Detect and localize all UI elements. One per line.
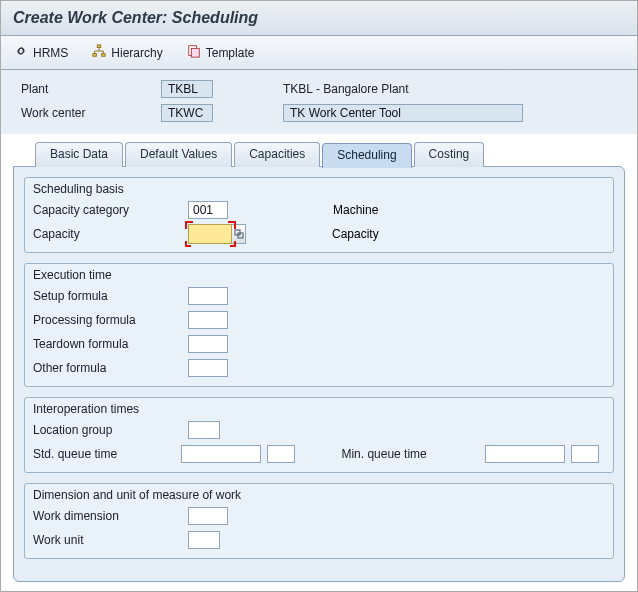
window: Create Work Center: Scheduling HRMS Hier… bbox=[0, 0, 638, 592]
std-queue-time-input[interactable] bbox=[181, 445, 261, 463]
teardown-formula-input[interactable] bbox=[188, 335, 228, 353]
plant-value: TKBL bbox=[161, 80, 213, 98]
svg-rect-1 bbox=[93, 54, 97, 57]
tab-costing[interactable]: Costing bbox=[414, 142, 485, 167]
tab-capacities[interactable]: Capacities bbox=[234, 142, 320, 167]
capacity-input[interactable] bbox=[188, 224, 232, 244]
tabstrip: Basic Data Default Values Capacities Sch… bbox=[35, 142, 625, 167]
std-queue-time-unit-input[interactable] bbox=[267, 445, 295, 463]
hierarchy-icon bbox=[92, 44, 106, 61]
page-title: Create Work Center: Scheduling bbox=[13, 9, 625, 27]
group-title: Dimension and unit of measure of work bbox=[25, 484, 613, 504]
svg-rect-0 bbox=[98, 45, 102, 48]
work-unit-label: Work unit bbox=[33, 533, 188, 547]
group-title: Interoperation times bbox=[25, 398, 613, 418]
capacity-category-text: Machine bbox=[333, 203, 378, 217]
min-queue-time-unit-input[interactable] bbox=[571, 445, 599, 463]
group-execution-time: Execution time Setup formula Processing … bbox=[24, 263, 614, 387]
titlebar: Create Work Center: Scheduling bbox=[1, 1, 637, 36]
tab-basic-data[interactable]: Basic Data bbox=[35, 142, 123, 167]
teardown-formula-label: Teardown formula bbox=[33, 337, 188, 351]
app-toolbar: HRMS Hierarchy Template bbox=[1, 36, 637, 70]
tab-scheduling[interactable]: Scheduling bbox=[322, 143, 411, 168]
location-group-input[interactable] bbox=[188, 421, 220, 439]
f4-icon bbox=[234, 229, 244, 239]
location-group-label: Location group bbox=[33, 423, 188, 437]
link-icon bbox=[14, 44, 28, 61]
work-dimension-input[interactable] bbox=[188, 507, 228, 525]
other-formula-input[interactable] bbox=[188, 359, 228, 377]
template-icon bbox=[187, 44, 201, 61]
capacity-category-input[interactable] bbox=[188, 201, 228, 219]
tab-default-values[interactable]: Default Values bbox=[125, 142, 232, 167]
header-area: Plant TKBL TKBL - Bangalore Plant Work c… bbox=[1, 70, 637, 134]
workcenter-label: Work center bbox=[21, 106, 161, 120]
min-queue-time-input[interactable] bbox=[485, 445, 565, 463]
template-button[interactable]: Template bbox=[184, 42, 258, 63]
std-queue-time-label: Std. queue time bbox=[33, 447, 181, 461]
work-unit-input[interactable] bbox=[188, 531, 220, 549]
setup-formula-label: Setup formula bbox=[33, 289, 188, 303]
processing-formula-input[interactable] bbox=[188, 311, 228, 329]
workcenter-description: TK Work Center Tool bbox=[283, 104, 523, 122]
other-formula-label: Other formula bbox=[33, 361, 188, 375]
group-interoperation-times: Interoperation times Location group Std.… bbox=[24, 397, 614, 473]
hierarchy-label: Hierarchy bbox=[111, 46, 162, 60]
capacity-category-label: Capacity category bbox=[33, 203, 188, 217]
plant-label: Plant bbox=[21, 82, 161, 96]
group-title: Scheduling basis bbox=[25, 178, 613, 198]
capacity-label: Capacity bbox=[33, 227, 188, 241]
hrms-button[interactable]: HRMS bbox=[11, 42, 71, 63]
group-scheduling-basis: Scheduling basis Capacity category Machi… bbox=[24, 177, 614, 253]
processing-formula-label: Processing formula bbox=[33, 313, 188, 327]
plant-description: TKBL - Bangalore Plant bbox=[283, 82, 453, 96]
svg-rect-4 bbox=[191, 48, 199, 57]
svg-rect-2 bbox=[102, 54, 106, 57]
work-dimension-label: Work dimension bbox=[33, 509, 188, 523]
hierarchy-button[interactable]: Hierarchy bbox=[89, 42, 165, 63]
tab-panel-scheduling: Scheduling basis Capacity category Machi… bbox=[13, 166, 625, 582]
setup-formula-input[interactable] bbox=[188, 287, 228, 305]
hrms-label: HRMS bbox=[33, 46, 68, 60]
workcenter-value: TKWC bbox=[161, 104, 213, 122]
group-title: Execution time bbox=[25, 264, 613, 284]
template-label: Template bbox=[206, 46, 255, 60]
capacity-input-wrapper bbox=[188, 224, 246, 244]
min-queue-time-label: Min. queue time bbox=[341, 447, 485, 461]
group-dimension-uom: Dimension and unit of measure of work Wo… bbox=[24, 483, 614, 559]
capacity-text: Capacity bbox=[332, 227, 379, 241]
